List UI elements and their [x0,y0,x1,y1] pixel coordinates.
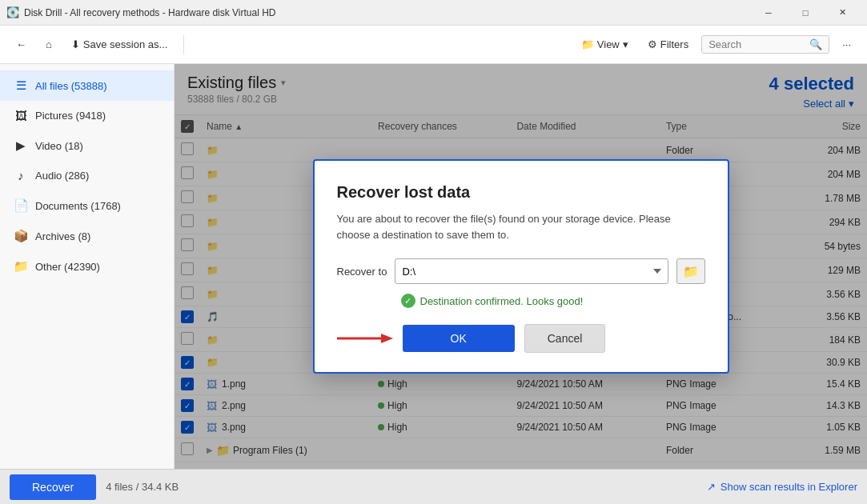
sidebar-item-label: Documents (1768) [35,200,121,212]
save-session-button[interactable]: ⬇ Save session as... [65,35,175,54]
toolbar-separator [183,35,184,54]
explorer-icon: ↗ [707,481,716,493]
modal-body: You are about to recover the file(s) fou… [337,211,705,242]
sidebar-item-audio[interactable]: ♪ Audio (286) [0,161,174,190]
modal-overlay: Recover lost data You are about to recov… [175,64,867,469]
window-title: Disk Drill - All recovery methods - Hard… [24,7,750,18]
recover-to-row: Recover to D:\ 📁 [337,258,705,284]
back-button[interactable]: ← [10,35,33,54]
save-session-label: Save session as... [83,38,168,50]
sidebar: ☰ All files (53888) 🖼 Pictures (9418) ▶ … [0,64,175,469]
sidebar-item-label: Audio (286) [35,170,89,182]
sidebar-item-pictures[interactable]: 🖼 Pictures (9418) [0,101,174,130]
minimize-button[interactable]: ─ [750,0,787,26]
home-icon: ⌂ [46,38,52,50]
all-files-icon: ☰ [13,78,29,93]
archives-icon: 📦 [13,229,29,243]
recover-to-select[interactable]: D:\ [395,258,668,284]
sidebar-item-documents[interactable]: 📄 Documents (1768) [0,190,174,221]
sidebar-item-label: Other (42390) [35,261,100,273]
titlebar: 💽 Disk Drill - All recovery methods - Ha… [0,0,867,26]
close-button[interactable]: ✕ [824,0,861,26]
search-box[interactable]: 🔍 [701,35,829,54]
other-icon: 📁 [13,259,29,274]
toolbar: ← ⌂ ⬇ Save session as... 📁 View ▾ ⚙ Filt… [0,26,867,64]
sidebar-item-other[interactable]: 📁 Other (42390) [0,251,174,282]
ok-arrow-indicator [337,330,393,346]
show-explorer-button[interactable]: ↗ Show scan results in Explorer [707,481,857,493]
filters-icon: ⚙ [648,38,657,50]
video-icon: ▶ [13,138,29,153]
ok-button[interactable]: OK [403,325,515,352]
app-icon: 💽 [6,6,19,19]
main-layout: ☰ All files (53888) 🖼 Pictures (9418) ▶ … [0,64,867,469]
download-icon: ⬇ [71,38,80,50]
sidebar-item-video[interactable]: ▶ Video (18) [0,130,174,161]
svg-marker-1 [381,334,393,343]
recover-modal: Recover lost data You are about to recov… [313,159,729,374]
content-area: Existing files ▾ 53888 files / 80.2 GB 4… [175,64,867,469]
destination-ok-label: Destination confirmed. Looks good! [420,295,584,307]
view-label: View [597,38,620,50]
recover-button[interactable]: Recover [10,474,96,500]
folder-icon: 📁 [581,38,594,50]
home-button[interactable]: ⌂ [39,35,58,54]
show-explorer-label: Show scan results in Explorer [720,481,857,493]
filters-button[interactable]: ⚙ Filters [641,35,695,54]
modal-title: Recover lost data [337,183,705,202]
destination-confirmed-row: ✓ Destination confirmed. Looks good! [401,294,705,308]
more-icon: ··· [842,38,851,50]
sidebar-item-archives[interactable]: 📦 Archives (8) [0,221,174,251]
back-icon: ← [16,38,26,50]
arrow-icon [337,330,393,346]
check-circle-icon: ✓ [401,294,415,308]
chevron-down-icon: ▾ [623,38,628,50]
window-controls: ─ □ ✕ [750,0,861,26]
files-info: 4 files / 34.4 KB [106,481,179,493]
sidebar-item-all-files[interactable]: ☰ All files (53888) [0,70,174,101]
maximize-button[interactable]: □ [787,0,824,26]
more-options-button[interactable]: ··· [836,35,857,54]
toolbar-right: 📁 View ▾ ⚙ Filters 🔍 ··· [575,35,857,54]
sidebar-item-label: Pictures (9418) [35,110,106,122]
folder-browse-icon: 📁 [683,264,699,279]
filters-label: Filters [660,38,688,50]
cancel-button[interactable]: Cancel [524,324,606,353]
sidebar-item-label: All files (53888) [35,80,107,92]
recover-to-label: Recover to [337,266,387,278]
pictures-icon: 🖼 [13,109,29,122]
sidebar-item-label: Video (18) [35,140,83,152]
sidebar-item-label: Archives (8) [35,230,90,242]
modal-buttons: OK Cancel [337,324,705,353]
search-input[interactable] [708,38,809,50]
audio-icon: ♪ [13,169,29,182]
documents-icon: 📄 [13,198,29,213]
search-icon: 🔍 [809,38,822,50]
view-button[interactable]: 📁 View ▾ [575,35,635,54]
bottom-bar: Recover 4 files / 34.4 KB ↗ Show scan re… [0,469,867,504]
browse-folder-button[interactable]: 📁 [676,258,705,284]
